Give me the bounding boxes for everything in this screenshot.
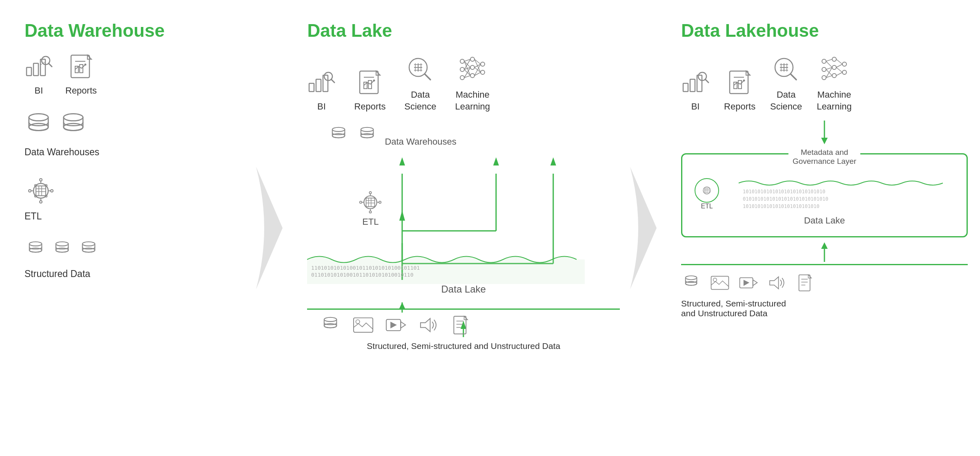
warehouse-bi-item: BI — [24, 53, 53, 97]
svg-point-136 — [743, 79, 745, 81]
svg-marker-92 — [399, 302, 405, 308]
svg-rect-46 — [360, 71, 378, 94]
svg-point-112 — [379, 201, 381, 203]
svg-point-60 — [460, 67, 464, 72]
svg-point-59 — [460, 59, 464, 63]
svg-point-26 — [40, 201, 42, 203]
lake-dw-label: Data Warehouses — [385, 136, 456, 147]
lake-wavy-svg: 1101010101010010110101010100101101 01101… — [307, 251, 585, 284]
lake-reports-icon — [356, 69, 384, 98]
svg-point-39 — [82, 242, 95, 246]
svg-text:10101010101010101010101010: 10101010101010101010101010 — [743, 203, 820, 209]
lh-etl-icon — [699, 182, 715, 199]
database-icon-1 — [24, 111, 53, 140]
svg-line-153 — [826, 59, 832, 61]
svg-rect-1 — [33, 63, 38, 76]
svg-point-24 — [40, 179, 42, 181]
svg-point-37 — [56, 242, 68, 246]
svg-point-95 — [332, 127, 345, 132]
svg-rect-9 — [80, 65, 83, 73]
lh-bi-item: BI — [681, 69, 710, 113]
svg-point-50 — [373, 79, 375, 81]
warehouse-reports-item: Reports — [65, 53, 97, 97]
lh-src-image — [710, 273, 730, 294]
lh-inner-lake: 1010101010101010101010101010 01010101010… — [727, 177, 954, 211]
data-lake-section: Data Lake BI — [291, 0, 628, 456]
svg-line-161 — [836, 67, 842, 72]
svg-point-64 — [470, 74, 474, 78]
arrow-svg-1 — [256, 146, 289, 310]
lake-db-2 — [356, 125, 379, 147]
lake-ml-icon — [456, 53, 489, 86]
lh-bi-icon — [681, 69, 710, 98]
lake-green-line — [307, 308, 620, 310]
svg-point-115 — [324, 317, 336, 322]
database-icon-2 — [59, 111, 88, 140]
svg-point-106 — [370, 192, 372, 194]
svg-point-146 — [822, 67, 826, 72]
svg-point-179 — [713, 278, 717, 282]
warehouse-top-icons: BI Reports — [24, 53, 246, 97]
main-diagram: Data Warehouse BI — [0, 0, 980, 456]
svg-line-154 — [826, 61, 832, 67]
arrow-svg-2 — [630, 146, 663, 310]
lake-bi-item: BI — [307, 69, 336, 113]
lh-ml-icon — [818, 53, 851, 86]
lake-ml-item: MachineLearning — [455, 53, 490, 112]
svg-rect-166 — [704, 188, 709, 193]
svg-marker-122 — [421, 319, 430, 332]
lh-etl-label: ETL — [701, 203, 713, 210]
svg-rect-2 — [40, 59, 45, 76]
lh-etl-item: ETL — [695, 178, 719, 210]
warehouse-etl-label: ETL — [24, 210, 42, 223]
db-sm-3 — [78, 239, 100, 262]
svg-text:1010101010101010101010101010: 1010101010101010101010101010 — [743, 189, 825, 194]
lake-source-label: Structured, Semi-structured and Unstruct… — [307, 341, 620, 351]
svg-rect-6 — [71, 55, 89, 78]
data-warehouse-section: Data Warehouse BI — [0, 0, 254, 456]
lake-wavy-area: 1101010101010010110101010100101101 01101… — [307, 251, 620, 295]
db-sm-2 — [51, 239, 74, 262]
svg-line-160 — [836, 64, 842, 67]
lake-bi-label: BI — [317, 101, 326, 113]
lh-reports-label: Reports — [724, 101, 755, 113]
lh-green-line — [681, 264, 968, 265]
svg-point-151 — [842, 62, 846, 66]
svg-line-45 — [331, 79, 334, 83]
svg-point-110 — [360, 201, 362, 203]
lake-etl-label: ETL — [362, 217, 379, 227]
src-db — [319, 315, 342, 337]
svg-point-97 — [361, 127, 373, 132]
db-sm-1 — [24, 239, 47, 262]
svg-point-145 — [822, 59, 826, 63]
lake-bi-icon — [307, 69, 336, 98]
svg-line-162 — [836, 72, 842, 76]
warehouse-title: Data Warehouse — [24, 20, 246, 41]
svg-marker-181 — [753, 280, 757, 286]
warehouse-dw-label: Data Warehouses — [24, 146, 99, 159]
svg-point-152 — [842, 70, 846, 74]
lake-source-icons — [319, 315, 472, 337]
svg-rect-41 — [309, 83, 314, 92]
lake-reports-item: Reports — [354, 69, 385, 113]
metadata-label: Metadata andGovernance Layer — [788, 148, 860, 166]
warehouse-etl-item: ETL — [24, 174, 246, 223]
lh-datascience-icon — [770, 53, 802, 86]
data-lakehouse-section: Data Lakehouse BI — [665, 0, 980, 456]
svg-point-148 — [832, 57, 836, 61]
lh-bi-label: BI — [691, 101, 700, 113]
svg-line-58 — [425, 74, 430, 80]
svg-point-13 — [29, 114, 48, 121]
svg-rect-42 — [316, 79, 321, 92]
svg-marker-121 — [391, 322, 397, 329]
lake-etl-item: ETL — [356, 188, 385, 227]
svg-point-149 — [832, 65, 836, 69]
svg-marker-182 — [744, 280, 749, 286]
warehouse-reports-label: Reports — [65, 85, 97, 97]
metadata-content: ETL 1010101010101010101010101010 0101010… — [690, 171, 958, 213]
src-audio — [417, 315, 440, 337]
etl-icon-wh — [24, 174, 57, 207]
svg-text:110101010101001011010101010010: 1101010101010010110101010100101101 — [311, 265, 420, 271]
svg-point-61 — [460, 76, 464, 80]
svg-point-108 — [370, 211, 372, 213]
